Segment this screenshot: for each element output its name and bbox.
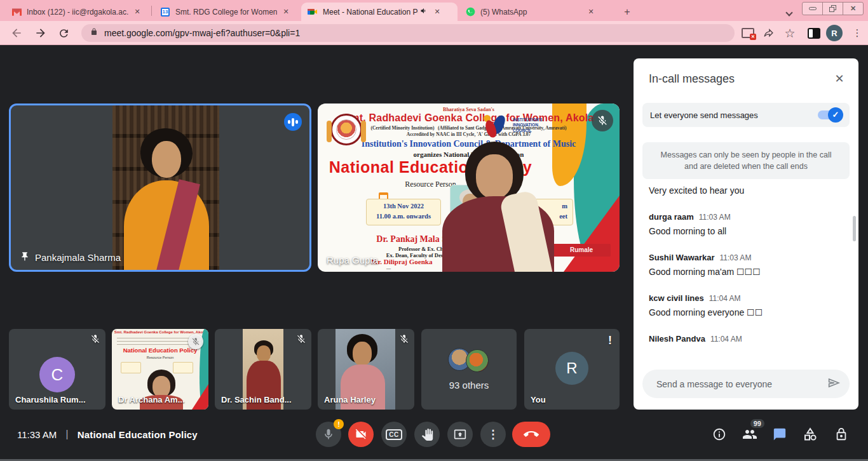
chat-scrollbar[interactable] xyxy=(853,216,856,241)
participant-name: Pankajmala Sharma xyxy=(20,251,121,264)
mic-off-icon xyxy=(188,334,203,349)
poster-convener-sub: — xyxy=(386,266,391,271)
new-tab-button[interactable]: + xyxy=(620,5,634,19)
end-call-button[interactable] xyxy=(512,422,550,447)
avatar: R xyxy=(555,352,588,385)
participants-button[interactable]: 99 xyxy=(741,425,759,443)
calendar-icon: 13 xyxy=(160,7,170,17)
tab-close-icon[interactable]: ✕ xyxy=(432,7,442,17)
tab-title: Inbox (122) - iic@rdgakola.ac.in - S xyxy=(27,8,128,17)
tab-close-icon[interactable]: ✕ xyxy=(132,7,142,17)
tab-title: (5) WhatsApp xyxy=(480,8,582,17)
side-panel-icon[interactable] xyxy=(807,26,821,40)
tab-title: Smt. RDG College for Women, Akola xyxy=(175,8,277,17)
chat-privacy-notice: Messages can only be seen by people in t… xyxy=(642,142,850,179)
host-controls-button[interactable] xyxy=(832,425,850,443)
thumb-sachin[interactable]: Dr. Sachin Band... xyxy=(215,329,311,410)
control-bar: 11:33 AM | National Education Policy ! C… xyxy=(0,414,868,461)
thumb-aruna[interactable]: Aruna Harley xyxy=(318,329,414,410)
person-silhouette xyxy=(153,376,170,398)
reload-icon[interactable] xyxy=(56,25,71,41)
meet-icon xyxy=(308,7,318,17)
tab-college-site[interactable]: 13 Smt. RDG College for Women, Akola ✕ xyxy=(154,3,299,21)
participant-name-text: Rupa Gupta xyxy=(327,255,378,265)
message-time: 11:03 AM xyxy=(720,253,752,262)
video-tile-pankajmala[interactable]: Pankajmala Sharma xyxy=(9,104,311,272)
chat-panel-title: In-call messages xyxy=(649,72,735,86)
participant-name: Dr. Sachin Band... xyxy=(221,395,292,404)
thumb-archana[interactable]: Smt. Radhadevi Goenka College for Women,… xyxy=(112,329,208,410)
browser-menu-icon[interactable]: ⋮ xyxy=(851,25,863,41)
share-icon[interactable] xyxy=(761,26,775,40)
close-icon[interactable]: ✕ xyxy=(832,71,847,86)
message-sender: Sushil Wawarkar xyxy=(649,253,715,262)
video-tile-rupa[interactable]: Bharatiya Seva Sadan's Smt. Radhadevi Go… xyxy=(318,104,620,272)
tab-search-chevron-icon[interactable] xyxy=(787,6,796,15)
message-time: 11:03 AM xyxy=(699,213,731,222)
meeting-details-button[interactable] xyxy=(710,425,728,443)
meeting-stage: Pankajmala Sharma Bharatiya Seva Sadan's… xyxy=(0,45,868,461)
participant-name: Aruna Harley xyxy=(324,395,376,404)
tab-audio-icon[interactable] xyxy=(419,7,428,17)
extension-blocked-icon[interactable]: ✕ xyxy=(741,26,755,40)
participant-name: Dr Archana Am... xyxy=(118,395,185,404)
profile-avatar[interactable]: R xyxy=(826,25,843,41)
meeting-meta: 11:33 AM | National Education Policy xyxy=(17,428,198,441)
forward-icon[interactable] xyxy=(33,25,48,41)
clock-time: 11:33 AM xyxy=(17,429,57,440)
send-icon[interactable] xyxy=(827,376,841,392)
thumb-others[interactable]: 93 others xyxy=(421,329,517,410)
poster-tagline: Bharatiya Seva Sadan's xyxy=(318,107,620,112)
tab-whatsapp[interactable]: (5) WhatsApp ✕ xyxy=(459,3,611,21)
tab-title: Meet - National Education Polic xyxy=(323,8,418,17)
chat-message-input[interactable] xyxy=(655,378,827,390)
participant-name: Charushila Rum... xyxy=(15,395,86,404)
person-silhouette xyxy=(353,342,372,366)
whatsapp-icon xyxy=(465,7,475,17)
thumb-you[interactable]: R ! You xyxy=(524,329,620,410)
poster-convener: Mr. Dilipraj Goenka xyxy=(371,258,432,265)
tab-close-icon[interactable]: ✕ xyxy=(281,7,291,17)
others-count-label: 93 others xyxy=(421,380,517,391)
mini-poster-resource: Resource Person xyxy=(112,356,208,359)
participants-count-badge: 99 xyxy=(750,419,764,428)
bookmark-star-icon[interactable]: ☆ xyxy=(783,26,797,40)
captions-button[interactable]: CC xyxy=(381,422,407,447)
activities-button[interactable] xyxy=(801,425,819,443)
more-options-button[interactable]: ⋮ xyxy=(480,422,506,447)
tab-close-icon[interactable]: ✕ xyxy=(586,7,596,17)
close-window-button[interactable]: ✕ xyxy=(843,3,863,15)
url-bar[interactable]: meet.google.com/gpv-mwaj-efi?authuser=0&… xyxy=(81,24,735,42)
chat-button[interactable] xyxy=(771,425,789,443)
toggle-switch[interactable]: ✓ xyxy=(818,110,842,119)
raise-hand-button[interactable] xyxy=(414,422,440,447)
message-sender: durga raam xyxy=(649,212,694,222)
avatar xyxy=(466,349,489,372)
window-controls: ✕ xyxy=(802,2,864,15)
person-silhouette xyxy=(152,141,181,178)
mic-off-icon xyxy=(296,334,306,347)
in-call-messages-panel: In-call messages ✕ Let everyone send mes… xyxy=(634,58,858,410)
chat-message: durga raam11:03 AM Good morning to all xyxy=(649,212,843,236)
restore-button[interactable] xyxy=(823,3,843,15)
pin-icon xyxy=(20,251,30,264)
tab-gmail[interactable]: Inbox (122) - iic@rdgakola.ac.in - S ✕ xyxy=(5,3,154,21)
participant-name: You xyxy=(531,395,546,404)
send-permission-toggle-row: Let everyone send messages ✓ xyxy=(642,103,850,127)
back-icon[interactable] xyxy=(9,25,24,41)
minimize-button[interactable] xyxy=(803,3,823,15)
camera-off-button[interactable] xyxy=(348,422,374,447)
chat-input-row xyxy=(642,370,850,398)
present-button[interactable] xyxy=(447,422,473,447)
url-text: meet.google.com/gpv-mwaj-efi?authuser=0&… xyxy=(104,28,300,38)
tab-meet-active[interactable]: Meet - National Education Polic ✕ xyxy=(301,3,458,21)
mic-button[interactable]: ! xyxy=(316,422,341,447)
thumb-charushila[interactable]: C Charushila Rum... xyxy=(9,329,105,410)
message-time: 11:04 AM xyxy=(709,294,741,303)
mic-off-icon xyxy=(592,110,613,131)
poster-date-box: 13th Nov 2022 11.00 a.m. onwards xyxy=(366,199,441,225)
chat-message: Very excited to hear you xyxy=(649,185,843,196)
browser-window: Inbox (122) - iic@rdgakola.ac.in - S ✕ 1… xyxy=(0,0,868,461)
poster-webinar-title: National Education Policy xyxy=(318,158,581,177)
message-text: Good morning to all xyxy=(649,226,843,236)
